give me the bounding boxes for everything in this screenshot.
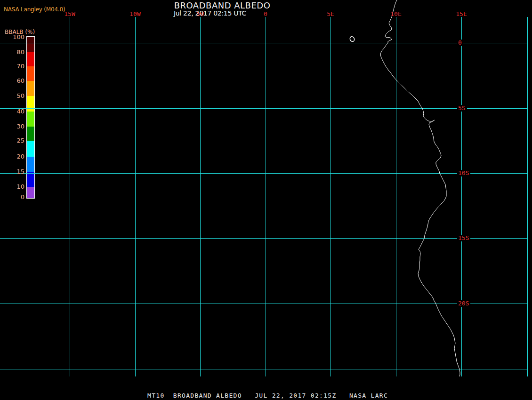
albedo-map-screen: NASA Langley (M04.0) BBALB (%) 100807060… xyxy=(0,0,532,400)
colorbar-tick-label: 100 xyxy=(3,34,24,40)
colorbar-tick-label: 20 xyxy=(3,153,24,160)
colorbar-tick-label: 80 xyxy=(3,49,24,56)
map-svg xyxy=(0,0,532,400)
colorbar-tick-label: 70 xyxy=(3,63,24,70)
coastline-path xyxy=(380,0,460,376)
colorbar-ticks: 100807060504030252015100 xyxy=(3,0,24,400)
coastline-group xyxy=(349,0,460,376)
colorbar-tick-label: 0 xyxy=(3,194,24,200)
colorbar-tick-label: 30 xyxy=(3,123,24,130)
timestamp-subtitle: Jul 22, 2017 02:15 UTC xyxy=(174,9,246,17)
colorbar-tick-label: 40 xyxy=(3,108,24,115)
status-bar: MT10 BROADBAND ALBEDO JUL 22, 2017 02:15… xyxy=(147,392,388,399)
colorbar-tick-label: 60 xyxy=(3,78,24,84)
colorbar-tick-label: 50 xyxy=(3,93,24,99)
colorbar-tick-label: 15 xyxy=(3,168,24,175)
colorbar-tick-label: 25 xyxy=(3,137,24,144)
graticule-lines xyxy=(0,17,528,376)
colorbar-tick-label: 10 xyxy=(3,184,24,190)
page-title: BROADBAND ALBEDO xyxy=(174,0,271,10)
island-outline xyxy=(349,36,355,42)
